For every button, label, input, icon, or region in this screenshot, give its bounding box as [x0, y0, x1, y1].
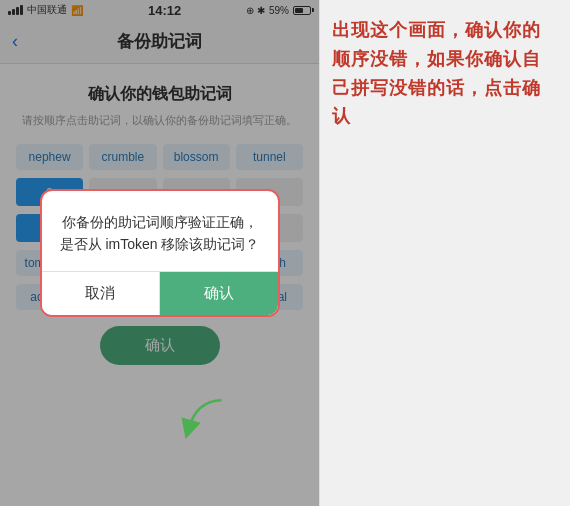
phone-frame: 中国联通 📶 14:12 ⊕ ✱ 59% ‹ 备份助记词 确认你的钱包助记词 请…	[0, 0, 320, 506]
confirmation-dialog: 你备份的助记词顺序验证正确，是否从 imToken 移除该助记词？ 取消 确认	[40, 189, 280, 318]
annotation-text: 出现这个画面，确认你的顺序没错，如果你确认自己拼写没错的话，点击确认	[332, 16, 558, 131]
dialog-overlay: 你备份的助记词顺序验证正确，是否从 imToken 移除该助记词？ 取消 确认	[0, 0, 319, 506]
dialog-body: 你备份的助记词顺序验证正确，是否从 imToken 移除该助记词？	[42, 191, 278, 272]
right-annotation-panel: 出现这个画面，确认你的顺序没错，如果你确认自己拼写没错的话，点击确认	[320, 0, 570, 506]
dialog-message: 你备份的助记词顺序验证正确，是否从 imToken 移除该助记词？	[58, 211, 262, 256]
arrow-annotation	[180, 392, 230, 446]
dialog-ok-button[interactable]: 确认	[160, 272, 278, 315]
dialog-buttons: 取消 确认	[42, 271, 278, 315]
arrow-icon	[180, 392, 230, 442]
dialog-cancel-button[interactable]: 取消	[42, 272, 161, 315]
